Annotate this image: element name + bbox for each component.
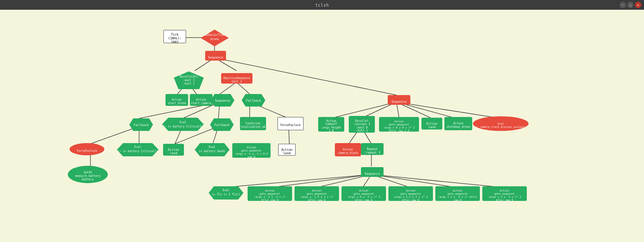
repeat-3-node[interactable]: Repeat:repeat 3 (361, 143, 384, 155)
minimize-button[interactable]: ─ (620, 2, 626, 8)
svg-text::wait 1: :wait 1 (183, 79, 195, 82)
window-title: tclsh (315, 2, 329, 8)
force-failure-2-node[interactable]: ForceFailure (70, 143, 104, 155)
svg-text:ParallelAll: ParallelAll (180, 75, 198, 78)
titlebar: tclsh ─ □ ✕ (0, 0, 644, 10)
action-land-3-node[interactable]: Actionland (278, 144, 296, 156)
svg-text:(~ (= battery Critical)): (~ (= battery Critical)) (163, 125, 203, 128)
eval-battery-good-node[interactable]: Eval(= battery Good) (195, 143, 230, 156)
svg-text:Sequence: Sequence (215, 99, 230, 102)
fallback-left-node[interactable]: Fallback (129, 118, 153, 131)
svg-marker-51 (162, 118, 204, 131)
svg-text:BehaviorTree: BehaviorTree (204, 33, 225, 37)
condition-loc-node[interactable]: Conditionlocalization_ok (240, 117, 266, 130)
svg-line-8 (236, 82, 250, 94)
action-goto-wp-4-node[interactable]: Actiongoto_waypoint:args x -1.5 y 3 z (*… (295, 186, 339, 201)
action-goto-wp-5-node[interactable]: Actiongoto_waypoint:args x 0 y -3 z (* 2… (341, 186, 386, 201)
sequence-right-node[interactable]: Sequence (388, 95, 410, 105)
tick-node[interactable]: Tick (10Hz):1002 (163, 30, 186, 43)
parallel-success-node[interactable]: Parallel:success 1:wait 0:halt 1 (349, 116, 375, 133)
action-camera-black-node[interactable]: Actioncamera_black (335, 143, 361, 156)
close-button[interactable]: ✕ (635, 2, 641, 8)
behavior-tree-node[interactable]: BehaviorTreedrone (200, 29, 230, 47)
canvas: Tick (10Hz):1002 BehaviorTreedrone Seque… (0, 10, 644, 242)
svg-text:Fallback: Fallback (134, 123, 149, 127)
svg-text:Fallback: Fallback (246, 99, 261, 102)
svg-text:(~ (= battery Critical)): (~ (= battery Critical)) (118, 150, 158, 153)
fallback-2-node[interactable]: Fallback (210, 118, 234, 131)
action-start-drone-node[interactable]: Actionstart_drone (166, 94, 188, 106)
sequence-1-node[interactable]: Sequence (211, 94, 234, 107)
svg-text:Eval: Eval (209, 146, 215, 149)
sequence-root-node[interactable]: Sequence (205, 51, 226, 61)
svg-line-26 (396, 102, 501, 118)
svg-text:Eval: Eval (179, 121, 186, 124)
reactive-sequence-node[interactable]: ReactiveSequencehalt 1 (221, 73, 252, 84)
action-goto-wp-3-node[interactable]: Actiongoto_waypoint:args x -3 y -3 z (* … (248, 186, 292, 201)
eval-fls-node[interactable]: Eval(= fls (+ 1 fls)) (209, 186, 243, 200)
parallel-all-node[interactable]: ParallelAll:wait 1:halt 1 (173, 71, 204, 90)
fallback-1-node[interactable]: Fallback (242, 94, 265, 107)
svg-text:Eval: Eval (223, 189, 229, 192)
force-failure-1-node[interactable]: ForceFailure (277, 117, 304, 130)
svg-text::halt 1: :halt 1 (183, 82, 195, 85)
eval-battery-critical-1-node[interactable]: Eval(~ (= battery Critical)) (162, 118, 204, 131)
svg-line-36 (371, 174, 502, 187)
sequence-bottom-node[interactable]: Sequence (361, 167, 384, 177)
action-goto-wp-2-node[interactable]: Actiongoto_waypoint:args x -1 y -1 z 0.5… (232, 143, 271, 158)
action-goto-wp-8-node[interactable]: Actiongoto_waypoint:args x 3 y -3 z (* 1… (482, 186, 527, 201)
eval-camera-node[interactable]: Eval(~ camera_track_mission_success) (473, 116, 529, 131)
svg-text:drone: drone (210, 38, 219, 41)
action-goto-wp-7-node[interactable]: Actiongoto_waypoint:args x 3 y -3 z (* $… (435, 186, 480, 201)
svg-text:Fallback: Fallback (214, 123, 230, 127)
action-goto-wp-6-node[interactable]: Actiongoto_waypoint:args x 1.5 y 3 z (* … (388, 186, 433, 201)
action-start-camera-node[interactable]: Actionstart_camera (190, 94, 212, 106)
action-goto-wp-1-node[interactable]: Actiongoto_waypoint:args x 0 y 0 z (* 2 … (379, 117, 419, 132)
svg-line-31 (272, 174, 371, 187)
setsv-node[interactable]: SetSVmeasure_batterybattery (68, 166, 108, 183)
action-shutdown-node[interactable]: Actionshutdown_drone (444, 117, 472, 130)
svg-line-7 (220, 82, 236, 94)
svg-line-30 (225, 174, 371, 187)
action-takeoff-node[interactable]: Actiontakeoff:args height 1.0 (318, 117, 344, 132)
svg-text:(= battery Good): (= battery Good) (199, 150, 225, 153)
svg-text:Eval: Eval (134, 146, 141, 149)
svg-text:(= fls (+ 1 fls)): (= fls (+ 1 fls)) (212, 193, 240, 196)
svg-line-35 (371, 174, 456, 187)
action-land-2-node[interactable]: Actionland (163, 144, 184, 156)
maximize-button[interactable]: □ (627, 2, 634, 8)
eval-battery-critical-2-node[interactable]: Eval(~ (= battery Critical)) (117, 143, 159, 156)
action-land-1-node[interactable]: Actionland (421, 118, 442, 130)
